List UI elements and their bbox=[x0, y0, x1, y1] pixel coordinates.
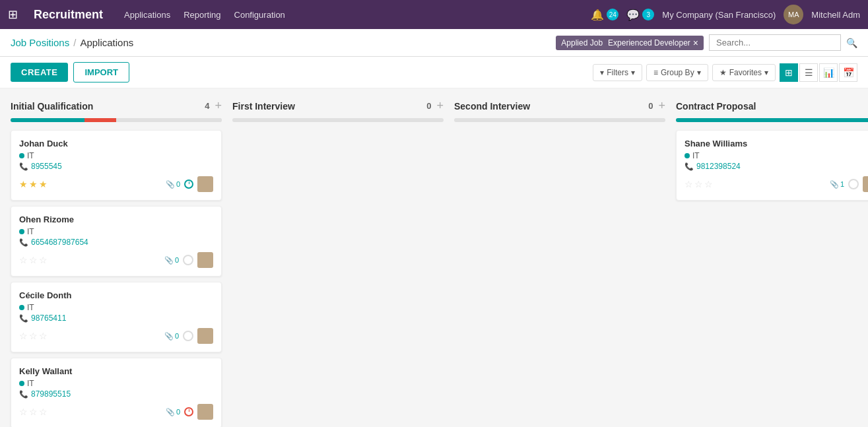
avatar bbox=[197, 328, 213, 344]
dept-dot bbox=[684, 153, 690, 158]
star-1: ☆ bbox=[19, 255, 28, 265]
message-icon: 💬 bbox=[626, 9, 640, 21]
table-row[interactable]: Cécile Donth IT 📞 98765411 ☆☆☆ 📎 0 bbox=[11, 282, 222, 352]
col-header-contract: Contract Proposal 1 + bbox=[676, 99, 868, 113]
star-2: ☆ bbox=[694, 179, 703, 189]
table-row[interactable]: Johan Duck IT 📞 8955545 ★★★ 📎 0 bbox=[11, 130, 222, 201]
stars: ☆☆☆ bbox=[19, 407, 48, 417]
star-3: ☆ bbox=[39, 255, 48, 265]
nav-configuration[interactable]: Configuration bbox=[234, 10, 285, 20]
card-meta: 📎 0 bbox=[166, 404, 213, 420]
star-2: ★ bbox=[29, 179, 38, 189]
attachment-icon: 📎 bbox=[164, 332, 174, 341]
attachment-icon: 📎 bbox=[166, 180, 175, 189]
kanban-column-contract: Contract Proposal 1 + Shane Williams IT … bbox=[676, 99, 868, 206]
filters-label: Filters bbox=[607, 68, 628, 77]
col-add-first[interactable]: + bbox=[436, 99, 444, 113]
col-header-initial: Initial Qualification 4 + bbox=[11, 99, 222, 113]
card-footer: ☆☆☆ 📎 0 bbox=[19, 328, 213, 344]
calendar-view-button[interactable]: 📅 bbox=[839, 63, 857, 82]
star-3: ☆ bbox=[704, 179, 713, 189]
attachment-number: 1 bbox=[840, 180, 844, 188]
table-row[interactable]: Ohen Rizome IT 📞 6654687987654 ☆☆☆ 📎 0 bbox=[11, 206, 222, 277]
groupby-label: Group By bbox=[661, 68, 694, 77]
card-footer: ★★★ 📎 0 bbox=[19, 176, 213, 192]
toolbar-right: ▾ Filters ▾ ≡ Group By ▾ ★ Favorites ▾ ⊞… bbox=[593, 63, 857, 82]
kanban-column-initial: Initial Qualification 4 + Johan Duck IT … bbox=[11, 99, 222, 427]
user-avatar[interactable]: MA bbox=[784, 5, 803, 24]
phone-icon: 📞 bbox=[19, 238, 28, 247]
phone-number: 8955545 bbox=[31, 162, 62, 171]
attachment-number: 0 bbox=[175, 256, 179, 264]
user-initials: MA bbox=[788, 11, 799, 18]
clock-icon bbox=[184, 180, 193, 189]
table-row[interactable]: Kelly Wallant IT 📞 879895515 ☆☆☆ 📎 0 bbox=[11, 358, 222, 427]
phone-number: 9812398524 bbox=[696, 162, 741, 171]
card-name: Kelly Wallant bbox=[19, 366, 213, 376]
filter-tag-close[interactable]: × bbox=[693, 38, 698, 48]
dept-name: IT bbox=[27, 303, 34, 312]
notification-count: 24 bbox=[607, 9, 618, 20]
col-add-initial[interactable]: + bbox=[215, 99, 222, 113]
card-footer: ☆☆☆ 📎 0 bbox=[19, 252, 213, 268]
table-row[interactable]: Shane Williams IT 📞 9812398524 ☆☆☆ 📎 1 bbox=[676, 130, 868, 201]
progress-gray bbox=[454, 118, 665, 122]
search-input[interactable] bbox=[709, 34, 841, 51]
groupby-button[interactable]: ≡ Group By ▾ bbox=[646, 64, 708, 81]
filter-icon: ▾ bbox=[600, 68, 604, 77]
star-icon: ★ bbox=[719, 68, 727, 77]
chart-view-button[interactable]: 📊 bbox=[819, 63, 838, 82]
attachment-count: 📎 0 bbox=[164, 332, 179, 341]
notification-badge-wrap[interactable]: 🔔 24 bbox=[591, 9, 618, 21]
status-circle bbox=[183, 331, 193, 341]
grid-icon[interactable]: ⊞ bbox=[8, 7, 18, 22]
card-meta: 📎 0 bbox=[164, 252, 213, 268]
progress-bar-contract bbox=[676, 118, 868, 122]
card-name: Ohen Rizome bbox=[19, 214, 213, 224]
nav-reporting[interactable]: Reporting bbox=[184, 10, 220, 20]
progress-gray bbox=[232, 118, 444, 122]
company-selector[interactable]: My Company (San Francisco) bbox=[662, 10, 776, 20]
phone-icon: 📞 bbox=[19, 162, 28, 171]
favorites-button[interactable]: ★ Favorites ▾ bbox=[712, 64, 776, 81]
dept-name: IT bbox=[27, 227, 34, 236]
groupby-icon: ≡ bbox=[653, 68, 658, 77]
import-button[interactable]: IMPORT bbox=[73, 62, 129, 82]
view-switcher: ⊞ ☰ 📊 📅 bbox=[780, 63, 857, 82]
page-header: Job Positions / Applications Applied Job… bbox=[0, 29, 868, 57]
col-title-second: Second Interview bbox=[454, 101, 530, 112]
attachment-count: 📎 0 bbox=[164, 256, 179, 265]
col-add-second[interactable]: + bbox=[658, 99, 665, 113]
attachment-count: 📎 0 bbox=[166, 180, 180, 189]
phone-icon: 📞 bbox=[19, 390, 28, 399]
groupby-chevron: ▾ bbox=[697, 68, 701, 77]
card-name: Shane Williams bbox=[684, 139, 868, 148]
search-icon[interactable]: 🔍 bbox=[846, 38, 857, 48]
create-button[interactable]: CREATE bbox=[11, 63, 68, 82]
message-badge-wrap[interactable]: 💬 3 bbox=[626, 9, 654, 21]
col-title-first: First Interview bbox=[232, 101, 295, 112]
nav-applications[interactable]: Applications bbox=[124, 10, 170, 20]
filter-tag-label: Applied Job bbox=[561, 38, 603, 48]
star-3: ☆ bbox=[39, 407, 48, 417]
kanban-view-button[interactable]: ⊞ bbox=[780, 63, 798, 82]
attachment-count: 📎 0 bbox=[166, 408, 180, 416]
breadcrumb-sep: / bbox=[73, 37, 76, 48]
filters-button[interactable]: ▾ Filters ▾ bbox=[593, 64, 642, 81]
app-logo: Recruitment bbox=[34, 8, 103, 22]
star-3: ★ bbox=[39, 179, 48, 189]
col-header-first: First Interview 0 + bbox=[232, 99, 444, 113]
card-dept: IT bbox=[19, 227, 213, 236]
breadcrumb-parent[interactable]: Job Positions bbox=[11, 37, 69, 48]
phone-number: 6654687987654 bbox=[31, 238, 88, 247]
breadcrumb-current: Applications bbox=[80, 37, 133, 48]
list-view-button[interactable]: ☰ bbox=[799, 63, 818, 82]
dept-name: IT bbox=[692, 151, 700, 160]
avatar bbox=[197, 252, 213, 268]
star-1: ☆ bbox=[19, 407, 28, 417]
col-count-second: 0 bbox=[648, 101, 653, 111]
user-name[interactable]: Mitchell Adm bbox=[811, 10, 860, 20]
card-name: Cécile Donth bbox=[19, 290, 213, 300]
card-phone: 📞 8955545 bbox=[19, 162, 213, 171]
header-right: Applied Job Experienced Developer × 🔍 bbox=[556, 34, 857, 51]
